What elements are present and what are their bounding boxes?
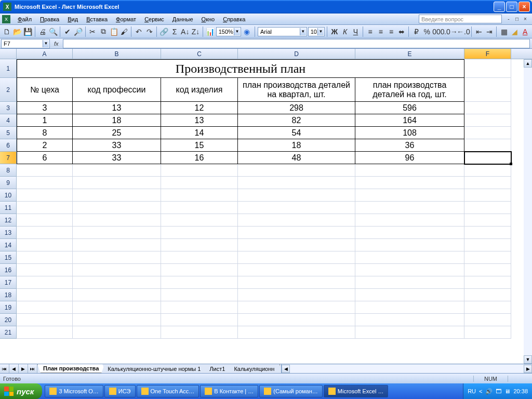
menu-данные[interactable]: Данные [168, 15, 197, 23]
taskbar-item[interactable]: Microsoft Excel … [324, 385, 389, 397]
cell-B20[interactable] [73, 314, 161, 326]
menu-формат[interactable]: Формат [112, 15, 140, 23]
system-tray[interactable]: RU < 🔊 🗔 🖥 20:38 [463, 383, 532, 399]
row-header-15[interactable]: 15 [0, 251, 17, 264]
research-button[interactable]: 🔎 [73, 26, 83, 37]
cell-C17[interactable] [161, 276, 238, 289]
cell-B16[interactable] [73, 264, 161, 276]
cell-A10[interactable] [17, 189, 73, 202]
help-button[interactable]: ◉ [242, 26, 251, 37]
row-header-20[interactable]: 20 [0, 314, 17, 326]
row-header-17[interactable]: 17 [0, 276, 17, 289]
cell-E21[interactable] [355, 326, 464, 339]
cell-E7[interactable]: 96 [355, 152, 464, 164]
cell-D8[interactable] [238, 164, 355, 177]
column-header-D[interactable]: D [238, 49, 355, 59]
cell-D2[interactable]: план производства деталей на квартал, шт… [238, 78, 355, 102]
cell-F5[interactable] [464, 127, 511, 139]
cell-C9[interactable] [161, 177, 238, 189]
row-header-6[interactable]: 6 [0, 139, 17, 152]
cell-F17[interactable] [464, 276, 511, 289]
taskbar-item[interactable]: В Контакте | … [200, 385, 258, 397]
cell-A21[interactable] [17, 326, 73, 339]
cell-B3[interactable]: 13 [73, 102, 161, 114]
spreadsheet-grid[interactable]: ABCDEF 1Производственный план2№ цехакод … [0, 49, 532, 364]
cell-E14[interactable] [355, 239, 464, 251]
cell-A6[interactable]: 2 [17, 139, 73, 152]
tray-icon[interactable]: < [479, 388, 482, 394]
row-header-7[interactable]: 7 [0, 152, 17, 164]
currency-button[interactable]: ₽ [411, 26, 421, 37]
cell-F2[interactable] [464, 78, 511, 102]
cell-B12[interactable] [73, 214, 161, 227]
cell-A19[interactable] [17, 301, 73, 314]
cell-B7[interactable]: 33 [73, 152, 161, 164]
cell-D4[interactable]: 82 [238, 114, 355, 127]
cell-C16[interactable] [161, 264, 238, 276]
menu-вид[interactable]: Вид [63, 15, 82, 23]
scroll-up-button[interactable]: ▲ [524, 59, 532, 68]
cell-F13[interactable] [464, 227, 511, 239]
cell-F12[interactable] [464, 214, 511, 227]
align-center-button[interactable]: ≡ [376, 26, 385, 37]
row-header-10[interactable]: 10 [0, 189, 17, 202]
cell-D16[interactable] [238, 264, 355, 276]
cell-F10[interactable] [464, 189, 511, 202]
cell-C15[interactable] [161, 251, 238, 264]
cell-F6[interactable] [464, 139, 511, 152]
menu-файл[interactable]: Файл [14, 15, 36, 23]
cell-E15[interactable] [355, 251, 464, 264]
cell-D9[interactable] [238, 177, 355, 189]
tray-icon[interactable]: 🖥 [504, 388, 510, 394]
bold-button[interactable]: Ж [330, 26, 339, 37]
taskbar-item[interactable]: ИСЭ [104, 385, 136, 397]
cell-B13[interactable] [73, 227, 161, 239]
column-header-C[interactable]: C [161, 49, 238, 59]
horizontal-scrollbar[interactable]: ◀ ▶ [281, 364, 532, 373]
cell-A9[interactable] [17, 177, 73, 189]
tab-nav-last[interactable]: ⏭ [28, 364, 37, 373]
column-header-B[interactable]: B [73, 49, 161, 59]
taskbar-item[interactable]: (Самый роман… [259, 385, 323, 397]
row-header-1[interactable]: 1 [0, 59, 17, 78]
cell-F20[interactable] [464, 314, 511, 326]
cell-D7[interactable]: 48 [238, 152, 355, 164]
cell-A7[interactable]: 6 [17, 152, 73, 164]
cell-E8[interactable] [355, 164, 464, 177]
cell-E6[interactable]: 36 [355, 139, 464, 152]
chart-wizard-button[interactable]: 📊 [205, 26, 215, 37]
row-header-3[interactable]: 3 [0, 102, 17, 114]
cell-F16[interactable] [464, 264, 511, 276]
sort-asc-button[interactable]: A↓ [180, 26, 190, 37]
cell-E10[interactable] [355, 189, 464, 202]
tray-icon[interactable]: 🗔 [496, 388, 501, 394]
select-all-corner[interactable] [0, 49, 17, 59]
mdi-close-button[interactable]: × [522, 16, 529, 23]
mdi-minimize-button[interactable]: - [505, 16, 512, 23]
cell-D15[interactable] [238, 251, 355, 264]
row-header-13[interactable]: 13 [0, 227, 17, 239]
autosum-button[interactable]: Σ [170, 26, 179, 37]
undo-button[interactable]: ↶ [134, 26, 143, 37]
cell-D18[interactable] [238, 289, 355, 301]
sheet-tab[interactable]: План производства [37, 364, 104, 373]
cell-B14[interactable] [73, 239, 161, 251]
cell-B9[interactable] [73, 177, 161, 189]
cell-D13[interactable] [238, 227, 355, 239]
cell-F11[interactable] [464, 202, 511, 214]
cell-B11[interactable] [73, 202, 161, 214]
menu-окно[interactable]: Окно [197, 15, 219, 23]
cell-C19[interactable] [161, 301, 238, 314]
tab-nav-next[interactable]: ▶ [19, 364, 28, 373]
cell-B18[interactable] [73, 289, 161, 301]
cell-F14[interactable] [464, 239, 511, 251]
cell-D10[interactable] [238, 189, 355, 202]
formula-input[interactable] [63, 39, 530, 48]
paste-button[interactable]: 📋 [109, 26, 118, 37]
copy-button[interactable]: ⧉ [99, 26, 108, 37]
increase-indent-button[interactable]: ⇥ [485, 26, 494, 37]
cell-D11[interactable] [238, 202, 355, 214]
menu-сервис[interactable]: Сервис [140, 15, 168, 23]
save-button[interactable]: 💾 [23, 26, 33, 37]
mdi-restore-button[interactable]: □ [513, 16, 521, 23]
